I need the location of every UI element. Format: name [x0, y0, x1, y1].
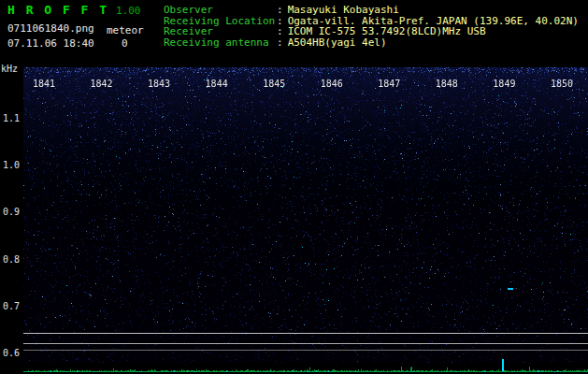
info-row-observer: Observer:Masayuki Kobayashi	[164, 5, 579, 16]
x-tick-label: 1844	[206, 79, 228, 89]
y-tick-label: 0.6	[0, 348, 20, 358]
y-tick-label: 0.8	[0, 254, 20, 265]
meteor-counter-value: 0	[122, 37, 128, 50]
y-tick-label: 1.1	[0, 113, 20, 123]
info-colon: :	[277, 36, 283, 49]
y-tick-label: 1.0	[0, 160, 20, 170]
y-tick-label: 0.7	[0, 301, 20, 311]
app-title: H R O F F T	[7, 3, 108, 17]
app-version: 1.00	[116, 5, 141, 17]
x-tick-label: 1841	[33, 79, 55, 89]
y-tick-label: 0.9	[0, 207, 20, 217]
x-tick-label: 1847	[378, 79, 400, 89]
x-tick-label: 1848	[436, 79, 458, 89]
hrofft-output: H R O F F T 1.00 0711061840.png meteor 0…	[0, 0, 588, 374]
station-info: Observer:Masayuki Kobayashi Receiving Lo…	[164, 5, 579, 48]
timestamp: 07.11.06 18:40	[7, 37, 94, 50]
x-tick-label: 1846	[321, 79, 343, 89]
x-tick-label: 1849	[493, 79, 515, 89]
output-filename: 0711061840.png	[7, 22, 94, 35]
meteor-counter-label: meteor	[107, 24, 144, 36]
x-tick-label: 1845	[263, 79, 285, 89]
x-tick-label: 1850	[551, 79, 573, 89]
info-label: Receiving antenna	[164, 37, 277, 49]
x-tick-label: 1843	[148, 79, 170, 89]
info-value: A504HB(yagi 4el)	[288, 36, 387, 49]
y-axis-unit-label: kHz	[1, 64, 18, 74]
spectrogram-canvas	[23, 67, 588, 374]
info-label: Observer	[164, 5, 277, 16]
info-row-antenna: Receiving antenna:A504HB(yagi 4el)	[164, 37, 579, 49]
x-tick-label: 1842	[91, 79, 113, 89]
